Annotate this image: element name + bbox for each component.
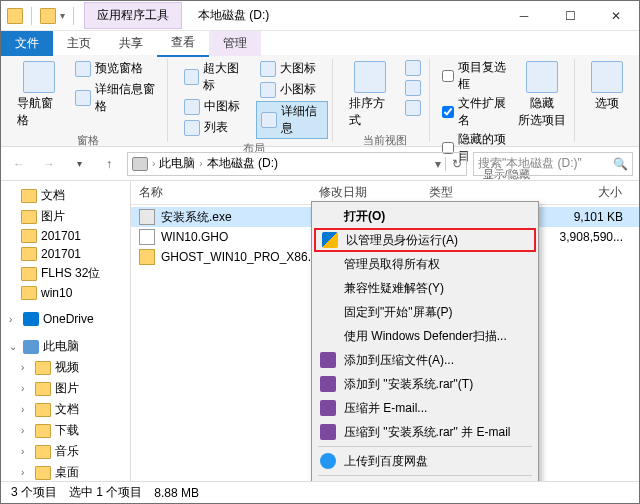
hide-label: 隐藏 所选项目 [518, 95, 566, 129]
drive-icon [132, 157, 148, 171]
dropdown-icon[interactable]: ▾ [435, 157, 441, 171]
tab-file[interactable]: 文件 [1, 31, 53, 56]
chevron-right-icon[interactable]: › [199, 158, 202, 169]
nav-pane-button[interactable]: 导航窗格 [13, 59, 65, 131]
item-checkboxes[interactable]: 项目复选框 [442, 59, 508, 93]
ctx-run-as-admin[interactable]: 以管理员身份运行(A) [314, 228, 536, 252]
addcol-button[interactable] [401, 79, 425, 97]
close-button[interactable]: ✕ [593, 1, 639, 31]
sidebar-item-pics[interactable]: 图片 [1, 206, 130, 227]
groupby-button[interactable] [401, 59, 425, 77]
ctx-add-archive[interactable]: 添加到压缩文件(A)... [314, 348, 536, 372]
col-type[interactable]: 类型 [421, 184, 501, 201]
ctx-take-ownership[interactable]: 管理员取得所有权 [314, 252, 536, 276]
pc-icon [23, 340, 39, 354]
sidebar-item-201701[interactable]: 201701 [1, 227, 130, 245]
ctx-defender[interactable]: 使用 Windows Defender扫描... [314, 324, 536, 348]
tab-home[interactable]: 主页 [53, 31, 105, 56]
sizecol-button[interactable] [401, 99, 425, 117]
sidebar-item-docs[interactable]: 文档 [1, 185, 130, 206]
xl-icon [184, 69, 199, 85]
folder-icon [35, 361, 51, 375]
maximize-button[interactable]: ☐ [547, 1, 593, 31]
forward-button[interactable]: → [37, 152, 61, 176]
folder-icon [21, 247, 37, 261]
window-title: 本地磁盘 (D:) [182, 7, 285, 24]
address-bar-row: ← → ▾ ↑ › 此电脑 › 本地磁盘 (D:) ▾ ↻ 搜索"本地磁盘 (D… [1, 147, 639, 181]
sidebar-item-win10[interactable]: win10 [1, 284, 130, 302]
folder-icon [35, 466, 51, 480]
list-icon [184, 120, 200, 136]
hide-icon [526, 61, 558, 93]
detail-icon [75, 90, 90, 106]
rar-icon [320, 400, 336, 416]
ribbon: 导航窗格 预览窗格 详细信息窗格 窗格 超大图标 中图标 列表 大图标 小图标 … [1, 55, 639, 147]
view-s-icons[interactable]: 小图标 [256, 80, 328, 99]
sidebar-item-desktop[interactable]: ›桌面 [1, 462, 130, 481]
col-name[interactable]: 名称 [131, 184, 311, 201]
tab-manage[interactable]: 管理 [209, 31, 261, 56]
sidebar-item-201701[interactable]: 201701 [1, 245, 130, 263]
chevron-down-icon[interactable]: ⌄ [9, 341, 19, 352]
context-tab[interactable]: 应用程序工具 [84, 2, 182, 29]
titlebar: ▾ 应用程序工具 本地磁盘 (D:) ─ ☐ ✕ [1, 1, 639, 31]
hide-selected-button[interactable]: 隐藏 所选项目 [514, 59, 570, 131]
folder-icon [35, 382, 51, 396]
refresh-icon[interactable]: ↻ [445, 157, 462, 171]
address-bar[interactable]: › 此电脑 › 本地磁盘 (D:) ▾ ↻ [127, 152, 467, 176]
sidebar-item-download[interactable]: ›下载 [1, 420, 130, 441]
view-l-icons[interactable]: 大图标 [256, 59, 328, 78]
nav-pane: 文档 图片 201701 201701 FLHS 32位 win10 ›OneD… [1, 181, 131, 481]
back-button[interactable]: ← [7, 152, 31, 176]
options-label: 选项 [595, 95, 619, 112]
sidebar-item-onedrive[interactable]: ›OneDrive [1, 310, 130, 328]
ctx-compat[interactable]: 兼容性疑难解答(Y) [314, 276, 536, 300]
up-button[interactable]: ↑ [97, 152, 121, 176]
ctx-email-rar[interactable]: 压缩到 "安装系统.rar" 并 E-mail [314, 420, 536, 444]
folder-icon [21, 286, 37, 300]
minimize-button[interactable]: ─ [501, 1, 547, 31]
tab-view[interactable]: 查看 [157, 30, 209, 57]
sidebar-item-thispc[interactable]: ⌄此电脑 [1, 336, 130, 357]
l-icon [260, 61, 276, 77]
ctx-open[interactable]: 打开(O) [314, 204, 536, 228]
sidebar-item-music[interactable]: ›音乐 [1, 441, 130, 462]
tab-share[interactable]: 共享 [105, 31, 157, 56]
context-menu: 打开(O) 以管理员身份运行(A) 管理员取得所有权 兼容性疑难解答(Y) 固定… [311, 201, 539, 504]
ctx-pin-start[interactable]: 固定到"开始"屏幕(P) [314, 300, 536, 324]
status-items: 3 个项目 [11, 484, 57, 501]
ctx-add-rar[interactable]: 添加到 "安装系统.rar"(T) [314, 372, 536, 396]
options-button[interactable]: 选项 [587, 59, 627, 114]
chevron-right-icon[interactable]: › [9, 314, 19, 325]
quick-access-toolbar: ▾ [1, 7, 84, 25]
preview-pane-button[interactable]: 预览窗格 [71, 59, 163, 78]
ctx-baidu[interactable]: 上传到百度网盘 [314, 449, 536, 473]
view-details[interactable]: 详细信息 [256, 101, 328, 139]
detail-pane-button[interactable]: 详细信息窗格 [71, 80, 163, 116]
folder-icon [7, 8, 23, 24]
file-extensions[interactable]: 文件扩展名 [442, 95, 508, 129]
folder-icon [35, 445, 51, 459]
preview-icon [75, 61, 91, 77]
folder-icon[interactable] [40, 8, 56, 24]
sort-by-button[interactable]: 排序方式 [345, 59, 395, 131]
col-size[interactable]: 大小 [501, 184, 639, 201]
recent-button[interactable]: ▾ [67, 152, 91, 176]
dropdown-icon[interactable]: ▾ [60, 10, 65, 21]
chevron-right-icon[interactable]: › [152, 158, 155, 169]
breadcrumb[interactable]: 此电脑 [159, 155, 195, 172]
ctx-email-zip[interactable]: 压缩并 E-mail... [314, 396, 536, 420]
view-list[interactable]: 列表 [180, 118, 250, 137]
sidebar-item-video[interactable]: ›视频 [1, 357, 130, 378]
breadcrumb[interactable]: 本地磁盘 (D:) [207, 155, 278, 172]
gho-icon [139, 229, 155, 245]
sidebar-item-pics[interactable]: ›图片 [1, 378, 130, 399]
sidebar-item-flhs[interactable]: FLHS 32位 [1, 263, 130, 284]
view-xl-icons[interactable]: 超大图标 [180, 59, 250, 95]
search-box[interactable]: 搜索"本地磁盘 (D:)" 🔍 [473, 152, 633, 176]
sidebar-item-docs[interactable]: ›文档 [1, 399, 130, 420]
view-m-icons[interactable]: 中图标 [180, 97, 250, 116]
folder-icon [21, 210, 37, 224]
status-bar: 3 个项目 选中 1 个项目 8.88 MB [1, 481, 639, 503]
col-date[interactable]: 修改日期 [311, 184, 421, 201]
